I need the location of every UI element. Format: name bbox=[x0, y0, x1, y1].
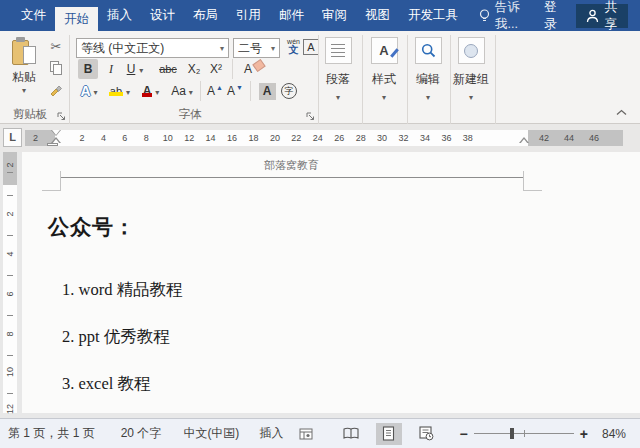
status-bar: 第 1 页，共 1 页 20 个字 中文(中国) 插入 − + 84% bbox=[0, 418, 640, 448]
change-case-button[interactable]: Aa bbox=[168, 81, 196, 101]
clear-formatting-button[interactable]: A bbox=[240, 59, 256, 79]
document-heading[interactable]: 公众号： bbox=[48, 214, 136, 239]
paragraph-group-button[interactable]: 段落 bbox=[316, 37, 360, 103]
font-group-label: 字体 bbox=[130, 107, 250, 122]
format-painter-icon bbox=[49, 82, 63, 96]
font-color-glyph: A bbox=[143, 84, 152, 98]
zoom-out-button[interactable]: − bbox=[454, 426, 474, 442]
highlight-glyph: ab bbox=[110, 85, 122, 97]
chevron-down-icon[interactable] bbox=[155, 84, 159, 98]
page-info[interactable]: 第 1 页，共 1 页 bbox=[8, 425, 95, 442]
vruler-margin-number: 2 bbox=[5, 158, 15, 172]
document-line-3[interactable]: 3. excel 教程 bbox=[62, 373, 150, 394]
zoom-slider[interactable] bbox=[474, 428, 574, 439]
chevron-down-icon[interactable]: ▾ bbox=[267, 44, 275, 53]
chevron-down-icon[interactable] bbox=[316, 89, 360, 103]
tab-view[interactable]: 视图 bbox=[356, 0, 399, 31]
italic-button[interactable]: I bbox=[104, 59, 118, 79]
document-page[interactable]: 部落窝教育 公众号： 1. word 精品教程 2. ppt 优秀教程 3. e… bbox=[22, 152, 640, 413]
tab-home[interactable]: 开始 bbox=[55, 7, 98, 31]
sign-in-button[interactable]: 登录 bbox=[534, 0, 572, 31]
tab-insert[interactable]: 插入 bbox=[98, 0, 141, 31]
text-effects-button[interactable]: A bbox=[76, 81, 102, 101]
insert-mode[interactable]: 插入 bbox=[259, 425, 283, 442]
vertical-ruler[interactable]: 2 2 4 6 8 10 12 bbox=[3, 152, 17, 413]
font-name-combo[interactable]: 等线 (中文正文) ▾ bbox=[76, 38, 229, 58]
macro-record-icon[interactable] bbox=[299, 428, 313, 440]
strikethrough-button[interactable]: abc bbox=[156, 59, 180, 79]
share-label: 共享 bbox=[604, 0, 618, 33]
enclose-characters-glyph: 字 bbox=[281, 83, 297, 99]
ruler-margin-number: 2 bbox=[33, 130, 38, 146]
ruler-numbers: 2468101214161820222426283032343638 bbox=[75, 130, 475, 146]
read-mode-button[interactable] bbox=[338, 423, 364, 445]
chevron-down-icon[interactable] bbox=[449, 89, 493, 103]
underline-button[interactable]: U bbox=[122, 59, 148, 79]
tab-developer[interactable]: 开发工具 bbox=[399, 0, 467, 31]
shrink-font-glyph: A bbox=[227, 84, 235, 98]
paste-label: 粘贴 bbox=[4, 69, 44, 86]
person-icon bbox=[586, 9, 599, 23]
enclose-characters-button[interactable]: 字 bbox=[280, 81, 298, 101]
zoom-slider-thumb[interactable] bbox=[510, 428, 514, 439]
button-separator bbox=[200, 81, 201, 101]
bold-button[interactable]: B bbox=[78, 59, 98, 79]
font-name-value: 等线 (中文正文) bbox=[81, 40, 164, 57]
editing-group-button[interactable]: 编辑 bbox=[406, 37, 450, 103]
tell-me-box[interactable]: 告诉我... bbox=[471, 0, 534, 31]
chevron-down-icon[interactable] bbox=[139, 62, 143, 76]
tab-design[interactable]: 设计 bbox=[141, 0, 184, 31]
cut-button[interactable]: ✂ bbox=[46, 36, 66, 57]
print-layout-button[interactable] bbox=[376, 423, 402, 445]
word-count[interactable]: 20 个字 bbox=[121, 425, 162, 442]
zoom-level[interactable]: 84% bbox=[594, 427, 640, 441]
margin-crop-mark bbox=[524, 190, 542, 191]
paste-dropdown-icon[interactable] bbox=[4, 86, 44, 94]
chevron-down-icon[interactable] bbox=[189, 84, 193, 98]
font-color-button[interactable]: A bbox=[138, 81, 164, 101]
new-group-button[interactable]: 新建组 bbox=[449, 37, 493, 103]
subscript-button[interactable]: X₂ bbox=[184, 59, 204, 79]
tab-layout[interactable]: 布局 bbox=[184, 0, 227, 31]
grow-font-button[interactable]: A ▲ bbox=[206, 81, 224, 101]
chevron-down-icon[interactable] bbox=[126, 84, 130, 98]
share-button[interactable]: 共享 bbox=[576, 4, 628, 28]
page-icon bbox=[382, 426, 395, 441]
styles-group-button[interactable]: A 样式 bbox=[362, 37, 406, 103]
collapse-ribbon-button[interactable] bbox=[616, 109, 627, 116]
shrink-font-button[interactable]: A ▼ bbox=[226, 81, 244, 101]
margin-crop-mark bbox=[60, 171, 61, 191]
page-header-text[interactable]: 部落窝教育 bbox=[60, 158, 523, 173]
clipboard-dialog-launcher[interactable] bbox=[57, 112, 66, 121]
document-line-2[interactable]: 2. ppt 优秀教程 bbox=[62, 326, 170, 347]
tab-review[interactable]: 审阅 bbox=[313, 0, 356, 31]
tab-mailings[interactable]: 邮件 bbox=[270, 0, 313, 31]
chevron-down-icon[interactable] bbox=[362, 89, 406, 103]
paste-button[interactable]: 粘贴 bbox=[4, 37, 44, 94]
tab-stop-selector[interactable]: L bbox=[3, 128, 22, 147]
superscript-button[interactable]: X² bbox=[206, 59, 226, 79]
tab-references[interactable]: 引用 bbox=[227, 0, 270, 31]
left-indent-marker[interactable] bbox=[47, 143, 58, 146]
character-shading-button[interactable]: A bbox=[258, 81, 276, 101]
format-painter-button[interactable] bbox=[46, 78, 66, 99]
font-dialog-launcher[interactable] bbox=[306, 112, 315, 121]
chevron-down-icon[interactable] bbox=[94, 84, 98, 98]
language-status[interactable]: 中文(中国) bbox=[183, 425, 239, 442]
chevron-down-icon[interactable] bbox=[406, 89, 450, 103]
caret-down-icon: ▼ bbox=[236, 84, 243, 91]
zoom-in-button[interactable]: + bbox=[574, 426, 594, 442]
highlight-color-button[interactable]: ab bbox=[106, 81, 134, 101]
font-size-combo[interactable]: 二号 ▾ bbox=[233, 38, 280, 58]
right-indent-marker[interactable] bbox=[519, 137, 529, 143]
first-line-indent-marker[interactable] bbox=[51, 130, 61, 136]
grow-font-glyph: A bbox=[207, 84, 215, 98]
chevron-down-icon[interactable]: ▾ bbox=[216, 44, 224, 53]
new-group-label: 新建组 bbox=[449, 71, 493, 88]
horizontal-ruler[interactable]: 2 2468101214161820222426283032343638 424… bbox=[25, 130, 623, 146]
phonetic-guide-button[interactable]: wén 文 bbox=[285, 38, 302, 55]
document-line-1[interactable]: 1. word 精品教程 bbox=[62, 279, 183, 300]
web-layout-button[interactable] bbox=[414, 423, 440, 445]
copy-button[interactable] bbox=[46, 57, 66, 78]
tab-file[interactable]: 文件 bbox=[12, 0, 55, 31]
